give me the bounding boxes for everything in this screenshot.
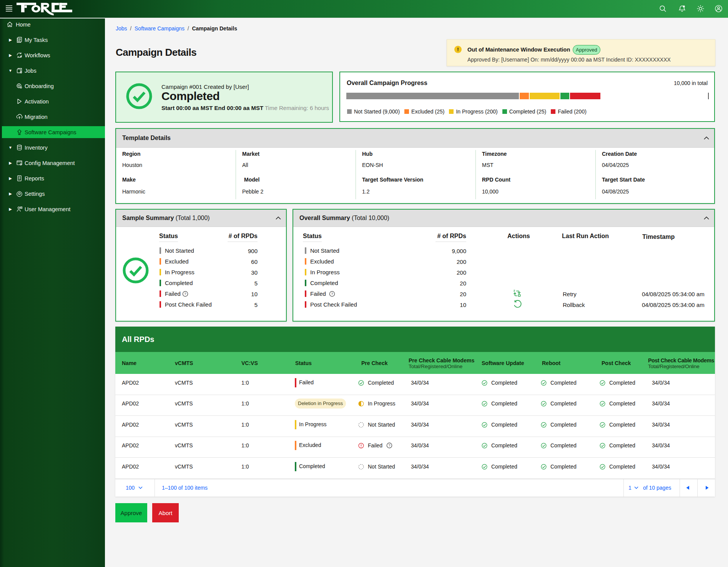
svg-text:?: ? [389, 444, 391, 447]
svg-text:?: ? [331, 292, 333, 296]
svg-text:?: ? [184, 292, 186, 296]
